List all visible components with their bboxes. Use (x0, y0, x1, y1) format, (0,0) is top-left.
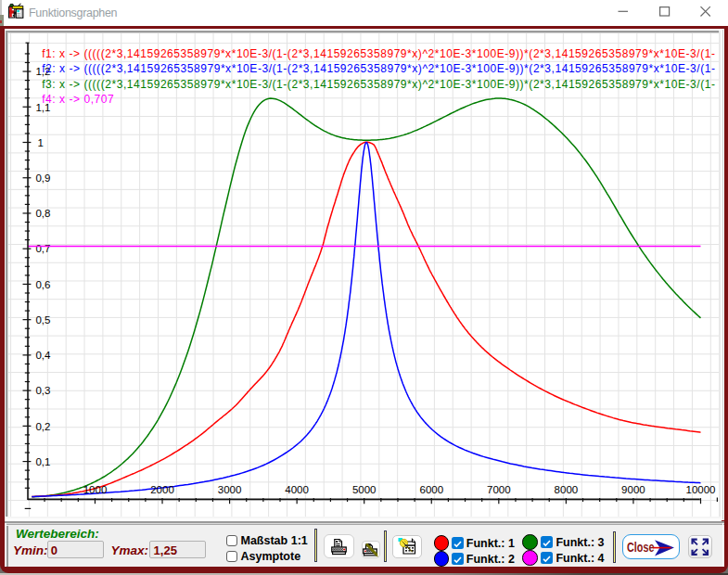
svg-text:1000: 1000 (83, 484, 108, 495)
svg-text:f3: x -> (((((2*3,141592653589: f3: x -> (((((2*3,14159265358979*x*10E-3… (42, 77, 715, 90)
svg-text:0,5: 0,5 (35, 314, 50, 326)
svg-text:f2: x -> (((((2*3,141592653589: f2: x -> (((((2*3,14159265358979*x*10E-3… (42, 62, 715, 75)
svg-text:0,8: 0,8 (35, 208, 50, 219)
svg-text:7000: 7000 (487, 484, 511, 495)
svg-text:f1: x -> (((((2*3,141592653589: f1: x -> (((((2*3,14159265358979*x*10E-3… (42, 46, 715, 59)
svg-text:8000: 8000 (554, 484, 578, 495)
svg-text:0,9: 0,9 (35, 172, 50, 184)
svg-text:0,7: 0,7 (35, 243, 50, 254)
svg-text:9000: 9000 (621, 484, 645, 495)
svg-text:4000: 4000 (285, 484, 309, 495)
svg-text:f4: x -> 0,707: f4: x -> 0,707 (42, 93, 114, 106)
svg-text:1: 1 (37, 136, 43, 147)
svg-text:0,3: 0,3 (35, 385, 50, 396)
svg-text:10000: 10000 (685, 484, 715, 495)
svg-text:0,6: 0,6 (35, 278, 50, 289)
svg-text:6000: 6000 (419, 484, 443, 495)
svg-text:0,4: 0,4 (35, 350, 51, 361)
svg-text:3000: 3000 (218, 484, 242, 495)
svg-text:0,2: 0,2 (35, 420, 50, 431)
svg-text:2000: 2000 (150, 484, 174, 495)
svg-text:0,1: 0,1 (35, 456, 50, 467)
svg-text:5000: 5000 (352, 484, 377, 495)
